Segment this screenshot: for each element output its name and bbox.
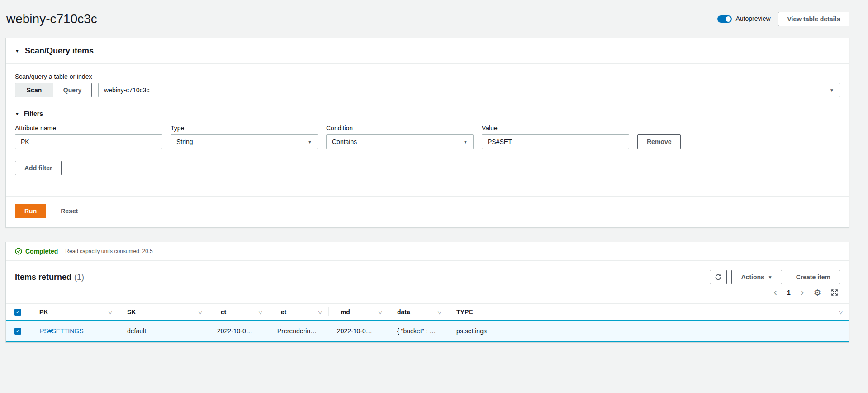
type-select-value: String <box>176 138 193 145</box>
fullscreen-expand-icon <box>831 289 838 296</box>
column-label: _md <box>337 308 350 316</box>
cell-md: 2022-10-0… <box>329 327 389 335</box>
toggle-knob <box>726 16 731 22</box>
completed-check-icon <box>15 248 22 255</box>
cell-data: { "bucket" : … <box>389 327 448 335</box>
add-filter-button[interactable]: Add filter <box>15 161 62 175</box>
filters-title: Filters <box>24 110 43 117</box>
cell-et: Prerenderin… <box>269 327 329 335</box>
items-returned-heading: Items returned(1) <box>15 273 84 282</box>
run-button[interactable]: Run <box>15 204 46 218</box>
value-field-group: Value <box>482 125 629 149</box>
filters-collapse-triangle-icon[interactable]: ▼ <box>15 111 19 116</box>
attribute-name-field-group: Attribute name <box>15 125 162 149</box>
status-label-text: Completed <box>25 248 58 255</box>
items-header: Items returned(1) Actions ▼ Create item <box>6 261 849 287</box>
autopreview-toggle-group[interactable]: Autopreview <box>717 15 770 23</box>
refresh-icon <box>715 273 722 281</box>
column-filter-icon[interactable]: ▽ <box>109 309 112 315</box>
column-filter-icon[interactable]: ▽ <box>839 309 843 315</box>
collapse-triangle-icon[interactable]: ▼ <box>15 48 19 53</box>
refresh-button[interactable] <box>710 270 727 284</box>
previous-page-chevron-icon[interactable]: ‹ <box>772 288 779 297</box>
next-page-chevron-icon[interactable]: › <box>799 288 806 297</box>
condition-select-value: Contains <box>332 138 357 145</box>
column-filter-icon[interactable]: ▽ <box>438 309 441 315</box>
condition-select[interactable]: Contains ▼ <box>326 134 474 149</box>
column-header-md[interactable]: _md ▽ <box>328 307 389 316</box>
column-header-data[interactable]: data ▽ <box>389 307 448 316</box>
items-buttons: Actions ▼ Create item <box>710 270 840 284</box>
table-select[interactable]: webiny-c710c3c ▼ <box>98 83 840 97</box>
row-checkbox[interactable]: ✓ <box>14 328 21 335</box>
reset-button[interactable]: Reset <box>61 204 78 218</box>
column-header-ct[interactable]: _ct ▽ <box>209 307 269 316</box>
remove-filter-button[interactable]: Remove <box>637 134 681 149</box>
attribute-name-input[interactable] <box>15 134 162 149</box>
attribute-name-label: Attribute name <box>15 125 162 132</box>
scan-segment[interactable]: Scan <box>15 83 53 97</box>
status-row: Completed Read capacity units consumed: … <box>6 242 849 261</box>
table-row[interactable]: ✓ PS#SETTINGS default 2022-10-0… Prerend… <box>6 320 849 342</box>
current-page-number[interactable]: 1 <box>785 289 792 296</box>
cell-ct: 2022-10-0… <box>209 327 269 335</box>
scan-query-panel-body: Scan/query a table or index Scan Query w… <box>6 64 849 196</box>
run-row: Run Reset <box>6 196 849 227</box>
select-all-checkbox[interactable]: ✓ <box>14 309 21 316</box>
status-badge: Completed <box>15 248 58 255</box>
autopreview-label: Autopreview <box>735 15 770 23</box>
column-label: TYPE <box>456 308 473 316</box>
page: webiny-c710c3c Autopreview View table de… <box>0 0 868 342</box>
gear-icon: ⚙ <box>813 288 821 298</box>
filters-section-header[interactable]: ▼ Filters <box>15 110 840 117</box>
filter-value-input[interactable] <box>482 134 629 149</box>
table-select-value: webiny-c710c3c <box>104 86 149 94</box>
dropdown-arrow-icon: ▼ <box>308 139 312 144</box>
dropdown-arrow-icon: ▼ <box>463 139 468 144</box>
settings-gear-button[interactable]: ⚙ <box>812 287 823 298</box>
checkbox-check-icon: ✓ <box>16 328 20 334</box>
items-returned-count: (1) <box>74 273 84 282</box>
fullscreen-button[interactable] <box>829 287 840 298</box>
column-filter-icon[interactable]: ▽ <box>199 309 202 315</box>
column-label: PK <box>39 308 48 316</box>
actions-button-label: Actions <box>741 273 764 281</box>
value-label: Value <box>482 125 629 132</box>
row-select-cell: ✓ <box>6 328 32 335</box>
filter-row: Attribute name Type String ▼ Condition C… <box>15 125 840 149</box>
column-filter-icon[interactable]: ▽ <box>259 309 262 315</box>
column-label: _ct <box>217 308 226 316</box>
cell-type: ps.settings <box>448 327 849 335</box>
pagination-row: ‹ 1 › ⚙ <box>6 287 849 303</box>
column-header-sk[interactable]: SK ▽ <box>119 307 209 316</box>
query-segment[interactable]: Query <box>53 83 91 97</box>
status-detail: Read capacity units consumed: 20.5 <box>65 248 152 254</box>
scan-query-panel-header[interactable]: ▼ Scan/Query items <box>6 38 849 64</box>
dropdown-arrow-icon: ▼ <box>830 88 834 93</box>
actions-button[interactable]: Actions ▼ <box>731 270 782 284</box>
scan-query-panel-title: Scan/Query items <box>25 46 94 56</box>
column-filter-icon[interactable]: ▽ <box>379 309 382 315</box>
cell-pk: PS#SETTINGS <box>32 327 119 335</box>
column-label: data <box>397 308 410 316</box>
scan-mode-row: Scan Query webiny-c710c3c ▼ <box>15 83 840 97</box>
type-label: Type <box>171 125 318 132</box>
column-filter-icon[interactable]: ▽ <box>318 309 322 315</box>
condition-label: Condition <box>326 125 474 132</box>
create-item-button[interactable]: Create item <box>787 270 840 284</box>
type-select[interactable]: String ▼ <box>171 134 318 149</box>
pk-link[interactable]: PS#SETTINGS <box>40 327 83 335</box>
condition-field-group: Condition Contains ▼ <box>326 125 474 149</box>
scan-query-segmented-control: Scan Query <box>15 83 92 97</box>
column-label: SK <box>127 308 136 316</box>
view-table-details-button[interactable]: View table details <box>778 12 849 26</box>
column-header-type[interactable]: TYPE ▽ <box>448 307 849 316</box>
column-header-pk[interactable]: PK ▽ <box>31 307 119 316</box>
table-or-index-label: Scan/query a table or index <box>15 73 840 80</box>
top-header: webiny-c710c3c Autopreview View table de… <box>5 12 849 26</box>
table-header-row: ✓ PK ▽ SK ▽ _ct ▽ _et ▽ <box>6 304 849 320</box>
autopreview-toggle[interactable] <box>717 15 732 23</box>
page-title: webiny-c710c3c <box>6 12 97 26</box>
actions-dropdown-arrow-icon: ▼ <box>768 275 773 280</box>
column-header-et[interactable]: _et ▽ <box>269 307 328 316</box>
